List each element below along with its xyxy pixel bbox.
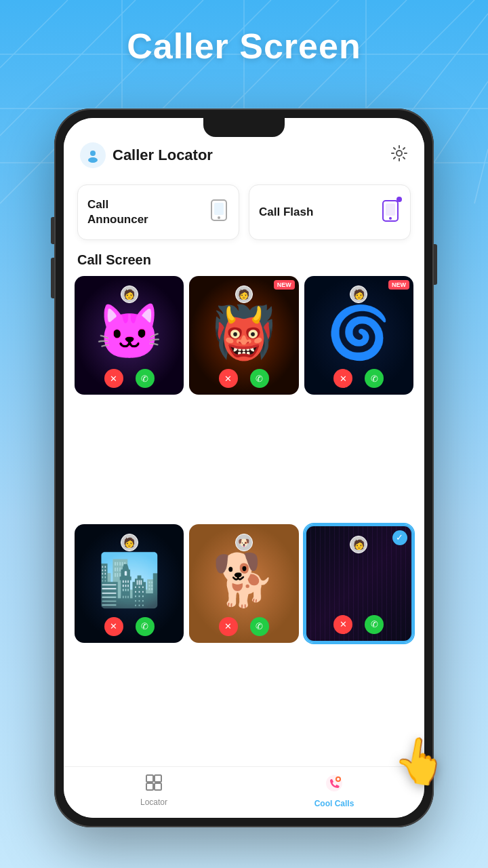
accept-btn-5[interactable]: ✆ xyxy=(250,617,269,636)
call-flash-label: Call Flash xyxy=(259,205,313,220)
decline-btn-4[interactable]: ✕ xyxy=(104,617,123,636)
phone-notch xyxy=(203,118,285,137)
call-screen-section-label: Call Screen xyxy=(64,250,424,276)
new-badge-demon: NEW xyxy=(274,280,295,290)
call-announcer-card[interactable]: CallAnnouncer xyxy=(77,184,239,240)
locator-icon xyxy=(145,774,163,795)
svg-rect-25 xyxy=(146,775,153,782)
new-badge-portal: NEW xyxy=(388,280,409,290)
call-buttons-3: ✕ ✆ xyxy=(304,369,413,388)
accept-btn-2[interactable]: ✆ xyxy=(250,369,269,388)
decline-btn-6[interactable]: ✕ xyxy=(333,615,352,634)
bottom-nav: Locator Cool Calls xyxy=(64,766,424,818)
app-header-left: Caller Locator xyxy=(80,142,213,168)
caller-avatar-1: 🧑 xyxy=(121,285,138,303)
volume-down-button xyxy=(51,258,54,298)
call-announcer-label: CallAnnouncer xyxy=(87,197,148,227)
feature-cards-row: CallAnnouncer Call Flash xyxy=(64,178,424,250)
call-buttons-4: ✕ ✆ xyxy=(75,617,184,636)
power-button xyxy=(434,244,437,285)
decline-btn-5[interactable]: ✕ xyxy=(219,617,238,636)
phone-mockup: Caller Locator CallAnnouncer xyxy=(54,108,434,827)
caller-avatar-3: 🧑 xyxy=(350,285,367,303)
decline-btn-1[interactable]: ✕ xyxy=(104,369,123,388)
caller-avatar-2: 🧑 xyxy=(235,285,253,303)
nav-item-locator[interactable]: Locator xyxy=(64,774,244,808)
call-screen-grid: 🧑 ✕ ✆ NEW 🧑 ✕ ✆ NEW 🧑 ✕ xyxy=(64,276,424,766)
screen-card-dog[interactable]: 🐶 ✕ ✆ xyxy=(189,524,298,643)
caller-avatar-4: 🧑 xyxy=(121,534,138,551)
caller-avatar-5: 🐶 xyxy=(235,534,253,551)
settings-icon[interactable] xyxy=(390,144,408,166)
svg-point-18 xyxy=(396,151,402,156)
svg-line-9 xyxy=(474,149,488,203)
accept-btn-3[interactable]: ✆ xyxy=(365,369,384,388)
flash-dot xyxy=(396,197,402,202)
call-buttons-2: ✕ ✆ xyxy=(189,369,298,388)
announcer-phone-icon xyxy=(209,199,229,226)
call-buttons-6: ✕ ✆ xyxy=(306,615,411,634)
svg-rect-20 xyxy=(214,203,224,215)
flash-phone-icon-wrapper xyxy=(380,199,401,225)
hand-pointer: 👆 xyxy=(389,732,451,791)
app-title: Caller Locator xyxy=(113,146,213,164)
svg-rect-28 xyxy=(155,783,161,790)
svg-point-24 xyxy=(389,217,392,220)
decline-btn-3[interactable]: ✕ xyxy=(333,369,352,388)
svg-rect-26 xyxy=(155,775,161,782)
screen-card-demon[interactable]: NEW 🧑 ✕ ✆ xyxy=(189,276,298,395)
accept-btn-6[interactable]: ✆ xyxy=(365,615,384,634)
svg-point-16 xyxy=(90,151,96,156)
locator-label: Locator xyxy=(140,797,167,807)
svg-point-17 xyxy=(88,157,98,163)
cool-calls-label: Cool Calls xyxy=(314,799,354,808)
selected-check: ✓ xyxy=(392,530,407,545)
app-avatar-icon xyxy=(80,142,106,168)
screen-card-portal[interactable]: NEW 🧑 ✕ ✆ xyxy=(304,276,413,395)
accept-btn-4[interactable]: ✆ xyxy=(136,617,155,636)
svg-point-21 xyxy=(218,216,220,219)
call-flash-card[interactable]: Call Flash xyxy=(249,184,411,240)
svg-rect-27 xyxy=(146,783,153,790)
svg-point-31 xyxy=(337,778,340,781)
call-buttons-5: ✕ ✆ xyxy=(189,617,298,636)
page-title: Caller Screen xyxy=(127,26,361,66)
screen-card-neon[interactable]: ✓ 🧑 ✕ ✆ xyxy=(304,524,413,643)
decline-btn-2[interactable]: ✕ xyxy=(219,369,238,388)
volume-up-button xyxy=(51,217,54,244)
cool-calls-icon xyxy=(325,774,344,797)
screen-card-cat[interactable]: 🧑 ✕ ✆ xyxy=(75,276,184,395)
screen-card-city[interactable]: 🧑 ✕ ✆ xyxy=(75,524,184,643)
caller-avatar-6: 🧑 xyxy=(350,536,367,553)
svg-rect-23 xyxy=(386,203,395,216)
call-buttons-1: ✕ ✆ xyxy=(75,369,184,388)
phone-screen: Caller Locator CallAnnouncer xyxy=(64,118,424,818)
accept-btn-1[interactable]: ✆ xyxy=(136,369,155,388)
svg-line-0 xyxy=(0,0,68,68)
